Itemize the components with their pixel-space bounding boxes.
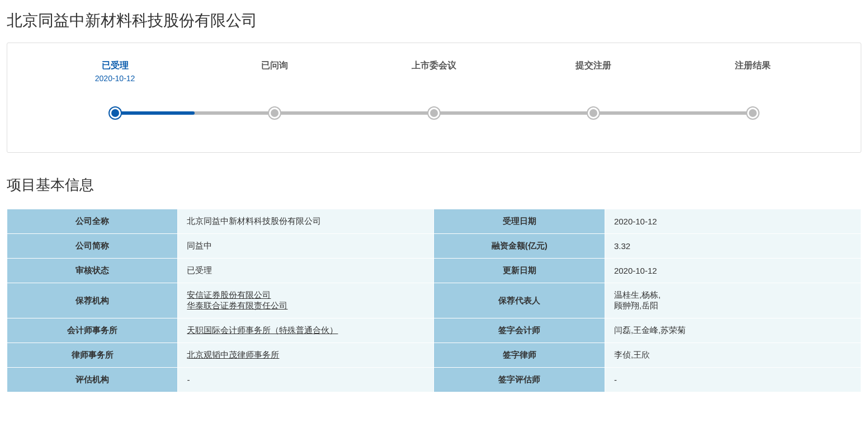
step-label-result: 注册结果 <box>735 60 771 72</box>
value-sponsor-org: 安信证券股份有限公司 华泰联合证券有限责任公司 <box>178 283 434 318</box>
value-sign-appraiser: - <box>605 368 861 392</box>
progress-step-2: 上市委会议 <box>354 60 513 85</box>
label-company-full-name: 公司全称 <box>7 209 178 234</box>
label-audit-status: 审核状态 <box>7 259 178 283</box>
value-company-full-name: 北京同益中新材料科技股份有限公司 <box>178 209 434 234</box>
law-firm-link[interactable]: 北京观韬中茂律师事务所 <box>187 350 424 360</box>
progress-dots-row <box>35 107 833 119</box>
progress-dot-4 <box>747 107 758 119</box>
table-row: 审核状态 已受理 更新日期 2020-10-12 <box>7 259 861 283</box>
progress-step-4: 注册结果 <box>673 60 833 85</box>
step-label-accepted: 已受理 <box>102 60 129 72</box>
label-sign-accountant: 签字会计师 <box>434 318 605 343</box>
table-row: 评估机构 - 签字评估师 - <box>7 368 861 392</box>
label-financing-amount: 融资金额(亿元) <box>434 234 605 259</box>
progress-step-3: 提交注册 <box>514 60 673 85</box>
table-row: 保荐机构 安信证券股份有限公司 华泰联合证券有限责任公司 保荐代表人 温桂生,杨… <box>7 283 861 318</box>
step-label-submit: 提交注册 <box>575 60 611 72</box>
value-financing-amount: 3.32 <box>605 234 861 259</box>
section-title-basic-info: 项目基本信息 <box>7 175 861 195</box>
progress-dot-2 <box>428 107 440 119</box>
progress-timeline: 已受理 2020-10-12 已问询 上市委会议 提交注册 注册结果 <box>7 43 861 153</box>
sponsor-rep-line-1: 温桂生,杨栋, <box>614 290 661 299</box>
label-company-short-name: 公司简称 <box>7 234 178 259</box>
progress-step-0: 已受理 2020-10-12 <box>35 60 195 85</box>
label-appraisal-org: 评估机构 <box>7 368 178 392</box>
progress-dot-1 <box>269 107 280 119</box>
label-accounting-firm: 会计师事务所 <box>7 318 178 343</box>
label-sponsor-rep: 保荐代表人 <box>434 283 605 318</box>
value-accept-date: 2020-10-12 <box>605 209 861 234</box>
accounting-firm-link[interactable]: 天职国际会计师事务所（特殊普通合伙） <box>187 325 424 336</box>
table-row: 会计师事务所 天职国际会计师事务所（特殊普通合伙） 签字会计师 闫磊,王金峰,苏… <box>7 318 861 343</box>
progress-dot-0 <box>110 107 121 119</box>
value-accounting-firm: 天职国际会计师事务所（特殊普通合伙） <box>178 318 434 343</box>
sponsor-rep-line-2: 顾翀翔,岳阳 <box>614 301 658 310</box>
sponsor-org-link-1[interactable]: 安信证券股份有限公司 <box>187 290 424 301</box>
progress-labels-row: 已受理 2020-10-12 已问询 上市委会议 提交注册 注册结果 <box>35 60 833 85</box>
value-appraisal-org: - <box>178 368 434 392</box>
value-sign-lawyer: 李侦,王欣 <box>605 343 861 368</box>
step-label-inquired: 已问询 <box>261 60 288 72</box>
table-row: 公司全称 北京同益中新材料科技股份有限公司 受理日期 2020-10-12 <box>7 209 861 234</box>
label-law-firm: 律师事务所 <box>7 343 178 368</box>
progress-step-1: 已问询 <box>195 60 354 85</box>
sponsor-org-link-2[interactable]: 华泰联合证券有限责任公司 <box>187 301 424 311</box>
table-row: 公司简称 同益中 融资金额(亿元) 3.32 <box>7 234 861 259</box>
label-accept-date: 受理日期 <box>434 209 605 234</box>
label-sign-appraiser: 签字评估师 <box>434 368 605 392</box>
page-title: 北京同益中新材料科技股份有限公司 <box>7 10 861 31</box>
value-sponsor-rep: 温桂生,杨栋, 顾翀翔,岳阳 <box>605 283 861 318</box>
label-update-date: 更新日期 <box>434 259 605 283</box>
step-label-committee: 上市委会议 <box>412 60 456 72</box>
basic-info-table: 公司全称 北京同益中新材料科技股份有限公司 受理日期 2020-10-12 公司… <box>7 209 861 392</box>
label-sign-lawyer: 签字律师 <box>434 343 605 368</box>
step-date-accepted: 2020-10-12 <box>95 74 135 85</box>
value-law-firm: 北京观韬中茂律师事务所 <box>178 343 434 368</box>
value-audit-status: 已受理 <box>178 259 434 283</box>
progress-dot-3 <box>588 107 599 119</box>
label-sponsor-org: 保荐机构 <box>7 283 178 318</box>
value-update-date: 2020-10-12 <box>605 259 861 283</box>
value-sign-accountant: 闫磊,王金峰,苏荣菊 <box>605 318 861 343</box>
table-row: 律师事务所 北京观韬中茂律师事务所 签字律师 李侦,王欣 <box>7 343 861 368</box>
value-company-short-name: 同益中 <box>178 234 434 259</box>
